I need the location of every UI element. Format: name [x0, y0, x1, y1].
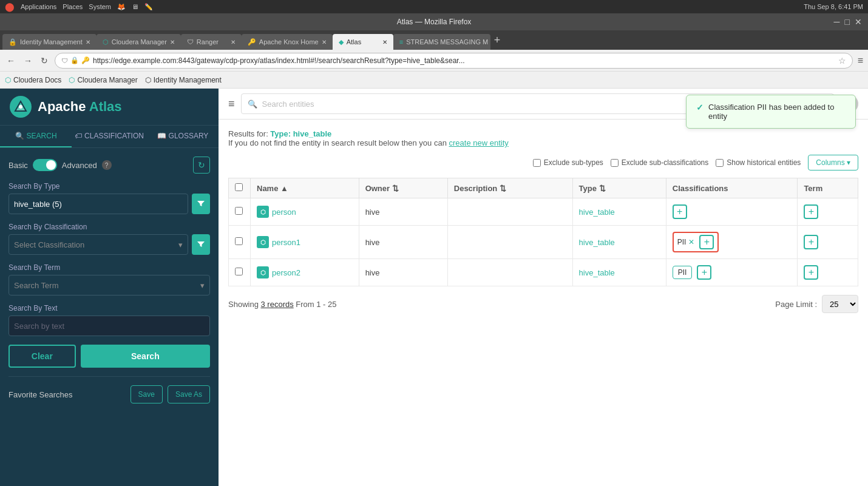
bookmark-docs-label: Cloudera Docs: [13, 76, 61, 84]
classifications-cell-3: PII +: [673, 265, 792, 280]
columns-button[interactable]: Columns ▾: [808, 155, 858, 170]
os-places-menu[interactable]: Places: [63, 3, 83, 10]
row-3-checkbox[interactable]: [235, 268, 243, 275]
row-2-name: ⬡ person1: [251, 226, 359, 259]
tab-atlas-close[interactable]: ✕: [382, 39, 387, 46]
th-description[interactable]: Description ⇅: [447, 178, 572, 198]
row-1-type: hive_table: [572, 198, 666, 226]
entity-link-person1[interactable]: ⬡ person1: [257, 236, 353, 248]
nav-search-label: SEARCH: [27, 132, 57, 140]
entity-link-person2[interactable]: ⬡ person2: [257, 266, 353, 278]
show-historical-checkbox[interactable]: [716, 159, 724, 167]
owner-1: hive: [365, 208, 380, 217]
row-3-term: +: [798, 259, 858, 286]
nav-glossary[interactable]: 📖 GLOSSARY: [147, 126, 219, 147]
tab-cloudera[interactable]: ⬡ Cloudera Manager ✕: [97, 34, 181, 50]
basic-advanced-toggle[interactable]: [33, 159, 57, 171]
results-type[interactable]: Type: hive_table: [270, 129, 331, 138]
exclude-subtypes-label[interactable]: Exclude sub-types: [533, 158, 603, 167]
tab-ranger[interactable]: 🛡 Ranger ✕: [181, 34, 242, 50]
classification-filter-btn[interactable]: [192, 234, 210, 255]
bookmark-star[interactable]: ☆: [838, 56, 846, 66]
table-row: ⬡ person hive hive_table: [229, 198, 858, 226]
logo-icon: [10, 96, 32, 118]
records-link[interactable]: 3 records: [261, 300, 294, 309]
nav-search[interactable]: 🔍 SEARCH: [0, 126, 72, 147]
nav-classification[interactable]: 🏷 CLASSIFICATION: [72, 126, 147, 147]
os-app-menu[interactable]: Applications: [21, 3, 56, 10]
menu-btn[interactable]: ≡: [858, 55, 863, 66]
close-btn[interactable]: ✕: [855, 17, 862, 27]
type-link-1[interactable]: hive_table: [579, 208, 615, 217]
add-term-btn-3[interactable]: +: [804, 265, 818, 280]
tab-identity[interactable]: 🔒 Identity Management ✕: [2, 34, 97, 50]
entity-link-person[interactable]: ⬡ person: [257, 206, 353, 218]
tab-cloudera-icon: ⬡: [103, 38, 109, 46]
table-header-row: Name ▲ Owner ⇅ Description ⇅ Type ⇅ Clas…: [229, 178, 858, 198]
url-bar[interactable]: 🛡 🔒 🔑 https://edge.example.com:8443/gate…: [55, 53, 853, 69]
exclude-subtypes-checkbox[interactable]: [533, 159, 541, 167]
hamburger-menu[interactable]: ≡: [228, 98, 235, 110]
bookmark-cloudera-manager[interactable]: ⬡ Cloudera Manager: [69, 76, 137, 84]
add-term-btn-1[interactable]: +: [804, 204, 818, 219]
owner-3: hive: [365, 268, 380, 277]
tab-cloudera-close[interactable]: ✕: [170, 39, 175, 46]
results-table: Name ▲ Owner ⇅ Description ⇅ Type ⇅ Clas…: [228, 178, 858, 286]
tab-knox[interactable]: 🔑 Apache Knox Home ✕: [242, 34, 333, 50]
classification-chevron: ▾: [178, 240, 183, 249]
exclude-subclassifications-checkbox[interactable]: [611, 159, 619, 167]
add-term-btn-2[interactable]: +: [804, 235, 818, 249]
os-system-menu[interactable]: System: [89, 3, 111, 10]
save-button[interactable]: Save: [131, 385, 163, 403]
tab-atlas[interactable]: ◆ Atlas ✕: [333, 34, 393, 50]
os-bar-left: ⬤ Applications Places System 🦊 🖥 ✏️: [5, 2, 153, 12]
maximize-btn[interactable]: □: [845, 17, 850, 27]
type-link-2[interactable]: hive_table: [579, 238, 615, 247]
refresh-btn[interactable]: ↻: [193, 157, 210, 174]
select-all-checkbox[interactable]: [235, 183, 243, 191]
tab-identity-icon: 🔒: [8, 38, 17, 46]
new-tab-btn[interactable]: +: [490, 34, 504, 47]
bookmark-cloudera-docs[interactable]: ⬡ Cloudera Docs: [5, 76, 61, 84]
type-filter-btn[interactable]: [192, 194, 210, 214]
table-row: ⬡ person2 hive hive_table: [229, 259, 858, 286]
add-classification-btn-3[interactable]: +: [697, 265, 711, 280]
reload-btn[interactable]: ↻: [39, 54, 50, 67]
back-btn[interactable]: ←: [5, 54, 17, 67]
title-bar: Atlas — Mozilla Firefox ─ □ ✕: [0, 13, 868, 30]
row-1-checkbox[interactable]: [235, 207, 243, 215]
type-select[interactable]: hive_table (5): [8, 194, 188, 214]
bookmark-cm-icon: ⬡: [69, 76, 75, 84]
show-historical-label[interactable]: Show historical entities: [716, 158, 801, 167]
page-limit-select[interactable]: 25 50 100: [822, 295, 858, 313]
clear-button[interactable]: Clear: [8, 345, 76, 368]
row-1-owner: hive: [359, 198, 447, 226]
save-as-button[interactable]: Save As: [168, 385, 210, 403]
create-new-entity-link[interactable]: create new entity: [449, 138, 509, 147]
help-icon[interactable]: ?: [102, 160, 112, 170]
th-name[interactable]: Name ▲: [251, 178, 359, 198]
tab-streams-label: STREAMS MESSAGING M: [406, 38, 488, 46]
tab-ranger-close[interactable]: ✕: [231, 39, 236, 46]
type-link-3[interactable]: hive_table: [579, 268, 615, 277]
favorites-label: Favorite Searches: [8, 390, 126, 399]
search-button[interactable]: Search: [81, 345, 210, 368]
add-classification-btn-2[interactable]: +: [699, 235, 714, 249]
tab-knox-close[interactable]: ✕: [322, 39, 327, 46]
bookmark-identity-mgmt[interactable]: ⬡ Identity Management: [145, 76, 222, 84]
term-dropdown[interactable]: Search Term ▾: [8, 275, 210, 295]
tab-streams[interactable]: ≡ STREAMS MESSAGING M ✕: [393, 34, 490, 50]
th-owner[interactable]: Owner ⇅: [359, 178, 447, 198]
add-classification-btn-1[interactable]: +: [673, 204, 687, 219]
classification-dropdown[interactable]: Select Classification ▾: [8, 234, 188, 255]
minimize-btn[interactable]: ─: [834, 17, 840, 27]
forward-btn[interactable]: →: [22, 54, 34, 67]
text-search-input[interactable]: [8, 316, 210, 336]
th-type[interactable]: Type ⇅: [572, 178, 666, 198]
exclude-subclassifications-label[interactable]: Exclude sub-classifications: [611, 158, 708, 167]
pii-tag-close-2[interactable]: ✕: [688, 238, 694, 246]
search-classification-label: Search By Classification: [8, 223, 210, 231]
table-row: ⬡ person1 hive hive_table: [229, 226, 858, 259]
tab-identity-close[interactable]: ✕: [86, 39, 90, 46]
row-2-checkbox[interactable]: [235, 237, 243, 245]
